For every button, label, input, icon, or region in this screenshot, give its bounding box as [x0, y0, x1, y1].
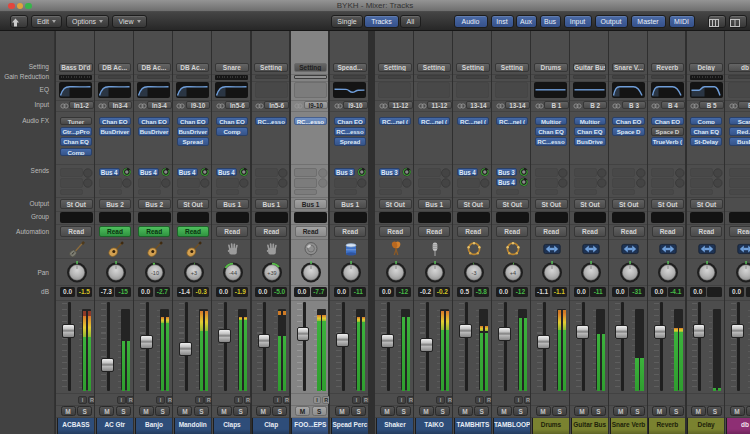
svg-text:+3: +3: [191, 269, 197, 275]
svg-text:-10: -10: [151, 269, 159, 275]
svg-text:+39: +39: [267, 269, 276, 275]
svg-text:-3: -3: [471, 269, 476, 275]
svg-text:+4: +4: [510, 269, 516, 275]
svg-text:-44: -44: [229, 269, 237, 275]
